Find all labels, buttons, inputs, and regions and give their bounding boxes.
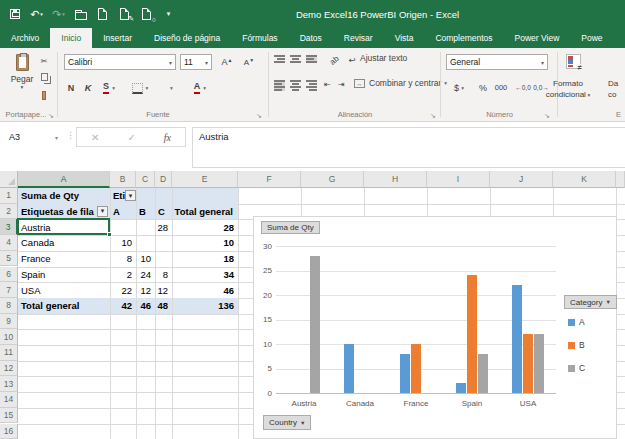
legend-field-button[interactable]: Category▼ — [564, 295, 617, 309]
number-dialog-launcher[interactable]: ↘ — [544, 112, 550, 119]
paste-button[interactable]: Pegar ▾ — [5, 54, 39, 90]
format-painter-icon[interactable] — [36, 88, 52, 102]
merge-center-button[interactable]: Combinar y centrar▾ — [369, 78, 447, 88]
pivot-grand-total[interactable]: 136 — [172, 298, 237, 314]
row-header-7[interactable]: 7 — [0, 282, 18, 298]
align-bottom-icon[interactable] — [306, 55, 317, 63]
bar-b-spain[interactable] — [467, 275, 477, 393]
bar-c-usa[interactable] — [534, 334, 544, 393]
pivot-row-labels-header[interactable]: Etiquetas de fila — [18, 204, 96, 220]
pivot-total-c[interactable]: 48 — [155, 298, 171, 314]
column-header-partial[interactable] — [616, 171, 625, 188]
row-header-14[interactable]: 14 — [0, 392, 18, 408]
borders-icon[interactable]: ▾ — [128, 80, 152, 96]
underline-button[interactable]: S▾ — [98, 80, 120, 96]
format-as-table-button[interactable]: Da co — [608, 79, 625, 101]
legend-item-b[interactable]: B — [568, 340, 585, 350]
new-file-icon[interactable] — [96, 8, 109, 21]
legend-item-c[interactable]: C — [568, 363, 585, 373]
pivot-row-total[interactable]: 46 — [172, 282, 237, 298]
tab-f-rmulas[interactable]: Fórmulas — [231, 28, 288, 48]
insert-function-icon[interactable]: fx — [164, 132, 171, 143]
increase-indent-icon[interactable]: ⇥ — [338, 80, 345, 89]
tab-datos[interactable]: Datos — [289, 28, 333, 48]
italic-button[interactable]: K — [81, 80, 95, 96]
column-header-e[interactable]: E — [172, 171, 238, 188]
pivot-col-header-c[interactable]: C — [155, 204, 170, 220]
tab-inicio[interactable]: Inicio — [50, 28, 92, 48]
row-header-4[interactable]: 4 — [0, 235, 18, 251]
column-header-a[interactable]: A — [18, 171, 110, 188]
pivot-value-b[interactable]: 10 — [136, 251, 154, 267]
merge-center-icon[interactable]: ↔ — [354, 79, 365, 88]
bar-b-france[interactable] — [411, 344, 421, 393]
bar-a-usa[interactable] — [512, 285, 522, 393]
align-right-icon[interactable] — [306, 80, 317, 91]
pivot-col-header-total-general[interactable]: Total general — [172, 204, 236, 220]
column-header-k[interactable]: K — [553, 171, 616, 188]
pivot-value-b[interactable]: 12 — [136, 282, 154, 298]
legend-item-a[interactable]: A — [568, 317, 585, 327]
row-header-15[interactable]: 15 — [0, 408, 18, 424]
redo-icon[interactable]: ↷▾ — [52, 8, 65, 21]
column-filter-dropdown-icon[interactable]: ▼ — [125, 190, 136, 201]
increase-decimal-icon[interactable]: ←0,0 — [514, 80, 532, 95]
selected-cell-outline[interactable] — [17, 218, 110, 235]
pivot-row-total[interactable]: 10 — [172, 235, 237, 251]
number-format-combobox[interactable]: General — [446, 54, 548, 70]
bar-a-france[interactable] — [400, 354, 410, 393]
column-header-c[interactable]: C — [136, 171, 155, 188]
accounting-format-icon[interactable]: $▾ — [448, 80, 470, 95]
row-header-16[interactable]: 16 — [0, 424, 18, 439]
copy-icon[interactable] — [36, 70, 52, 84]
conditional-formatting-icon[interactable] — [566, 54, 581, 69]
decrease-indent-icon[interactable]: ⇤ — [324, 80, 331, 89]
cut-icon[interactable]: ✂ — [36, 54, 52, 68]
column-header-h[interactable]: H — [364, 171, 427, 188]
pivot-col-header-b[interactable]: B — [136, 204, 153, 220]
row-header-8[interactable]: 8 — [0, 298, 18, 314]
pivot-total-label[interactable]: Total general — [18, 298, 110, 314]
pivot-value-c[interactable]: 8 — [155, 267, 171, 283]
pivot-value-a[interactable]: 2 — [110, 267, 135, 283]
font-dialog-launcher[interactable]: ↘ — [256, 112, 262, 119]
fill-handle[interactable] — [107, 232, 112, 237]
font-color-icon[interactable]: A▾ — [188, 80, 212, 96]
row-header-5[interactable]: 5 — [0, 251, 18, 267]
font-name-combobox[interactable]: Calibri — [64, 54, 176, 70]
align-center-icon[interactable] — [290, 80, 301, 91]
row-header-12[interactable]: 12 — [0, 361, 18, 377]
row-header-10[interactable]: 10 — [0, 329, 18, 345]
pivot-title-cell[interactable]: Suma de Qty — [18, 188, 110, 204]
axis-field-button[interactable]: Country▼ — [263, 415, 311, 430]
alignment-dialog-launcher[interactable]: ↘ — [430, 112, 436, 119]
pivot-value-c[interactable] — [155, 251, 171, 267]
value-field-button[interactable]: Suma de Qty — [261, 221, 320, 234]
pivot-value-b[interactable] — [136, 219, 154, 235]
row-header-2[interactable]: 2 — [0, 204, 18, 220]
save-icon[interactable] — [8, 8, 21, 21]
pivot-value-a[interactable] — [110, 219, 135, 235]
bar-c-spain[interactable] — [478, 354, 488, 393]
row-filter-dropdown-icon[interactable]: ▼ — [97, 206, 108, 217]
pivot-row-label[interactable]: Spain — [18, 267, 110, 283]
undo-icon[interactable]: ↶▾ — [30, 8, 43, 21]
pivot-value-c[interactable] — [155, 235, 171, 251]
wrap-text-icon[interactable]: ↩ — [346, 55, 358, 65]
tab-complementos[interactable]: Complementos — [424, 28, 503, 48]
tab-revisar[interactable]: Revisar — [333, 28, 384, 48]
pivot-row-label[interactable]: France — [18, 251, 110, 267]
align-top-icon[interactable] — [274, 55, 285, 63]
tab-archivo[interactable]: Archivo — [0, 28, 50, 48]
edit-document-icon[interactable]: ✎ — [118, 8, 131, 21]
tab-powe[interactable]: Powe — [570, 28, 613, 48]
pivot-total-b[interactable]: 46 — [136, 298, 154, 314]
row-header-13[interactable]: 13 — [0, 376, 18, 392]
enter-icon[interactable]: ✓ — [127, 132, 135, 143]
bar-b-usa[interactable] — [523, 334, 533, 393]
row-header-9[interactable]: 9 — [0, 314, 18, 330]
tab-power-view[interactable]: Power View — [504, 28, 571, 48]
shrink-font-icon[interactable]: A▼ — [240, 54, 258, 70]
select-all-corner[interactable] — [0, 171, 18, 188]
pivot-col-header-a[interactable]: A — [110, 204, 134, 220]
